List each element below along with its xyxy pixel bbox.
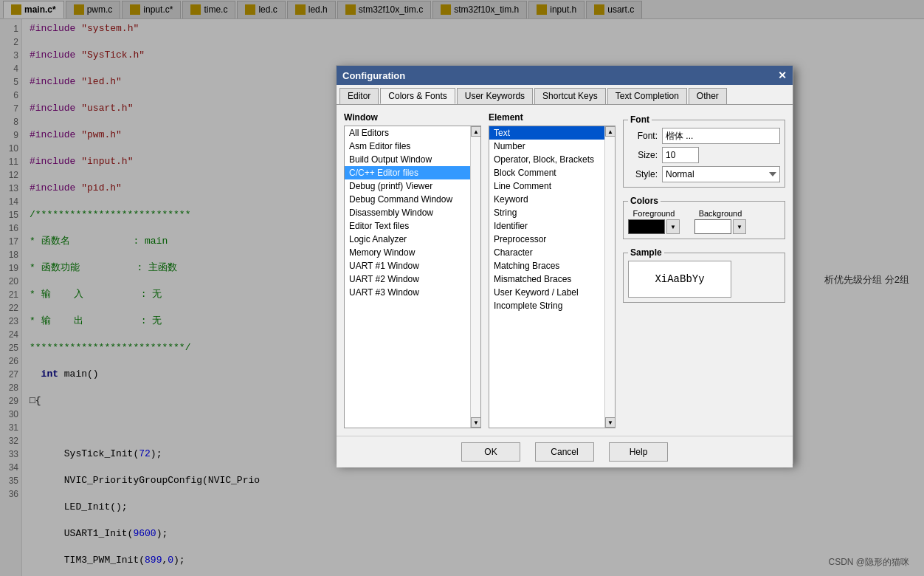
window-item-memory[interactable]: Memory Window	[345, 246, 470, 259]
dialog-body: Window All Editors Asm Editor files Buil…	[337, 105, 793, 436]
sample-box: XiAaBbYy	[628, 261, 731, 298]
window-listbox-container: All Editors Asm Editor files Build Outpu…	[344, 126, 481, 428]
element-listbox[interactable]: Text Number Operator, Block, Brackets Bl…	[489, 126, 604, 428]
tab-user-keywords[interactable]: User Keywords	[457, 88, 533, 104]
window-item-logic[interactable]: Logic Analyzer	[345, 233, 470, 246]
configuration-dialog: Configuration ✕ Editor Colors & Fonts Us…	[336, 65, 793, 464]
elem-scroll-track	[605, 137, 615, 417]
background-dropdown-btn[interactable]: ▼	[733, 219, 746, 234]
dialog-title: Configuration	[342, 70, 405, 81]
background-swatch[interactable]	[694, 219, 731, 234]
window-item-uart1[interactable]: UART #1 Window	[345, 259, 470, 272]
dialog-buttons: OK Cancel Help	[337, 436, 793, 467]
background-col: Background ▼	[694, 209, 746, 234]
tab-shortcut-keys[interactable]: Shortcut Keys	[534, 88, 606, 104]
tab-editor[interactable]: Editor	[339, 88, 379, 104]
dialog-titlebar: Configuration ✕	[337, 66, 793, 85]
font-size-label: Size:	[628, 150, 658, 160]
font-style-row: Style: Normal Bold Italic Bold Italic	[628, 166, 780, 182]
tab-other[interactable]: Other	[689, 88, 727, 104]
scroll-up-btn[interactable]: ▲	[471, 126, 481, 137]
colors-section-label: Colors	[628, 196, 661, 206]
elem-scroll-up-btn[interactable]: ▲	[605, 126, 616, 137]
element-listbox-container: Text Number Operator, Block, Brackets Bl…	[489, 126, 616, 428]
foreground-label: Foreground	[633, 209, 675, 218]
element-panel-label: Element	[489, 112, 616, 123]
window-panel: Window All Editors Asm Editor files Buil…	[344, 112, 481, 428]
font-style-select[interactable]: Normal Bold Italic Bold Italic	[662, 166, 780, 182]
font-size-row: Size:	[628, 147, 780, 163]
window-listbox[interactable]: All Editors Asm Editor files Build Outpu…	[345, 126, 470, 428]
window-item-debug-cmd[interactable]: Debug Command Window	[345, 193, 470, 206]
window-item-asm[interactable]: Asm Editor files	[345, 140, 470, 153]
element-item-number[interactable]: Number	[489, 140, 604, 153]
element-panel: Element Text Number Operator, Block, Bra…	[489, 112, 616, 428]
window-item-cpp[interactable]: C/C++ Editor files	[345, 166, 470, 179]
element-item-incomplete-string[interactable]: Incomplete String	[489, 299, 604, 312]
sample-text: XiAaBbYy	[655, 273, 704, 285]
tab-text-completion[interactable]: Text Completion	[607, 88, 687, 104]
element-item-line-comment[interactable]: Line Comment	[489, 179, 604, 193]
window-item-disassembly[interactable]: Disassembly Window	[345, 206, 470, 219]
help-button[interactable]: Help	[609, 442, 668, 462]
foreground-swatch[interactable]	[628, 219, 665, 234]
font-name-input[interactable]	[662, 128, 780, 144]
element-item-identifier[interactable]: Identifier	[489, 219, 604, 233]
font-section-label: Font	[628, 114, 652, 125]
font-section: Font Font: Size: Style: Normal Bold Ital…	[623, 120, 785, 188]
foreground-swatch-row: ▼	[628, 219, 680, 234]
sample-section-label: Sample	[628, 247, 664, 258]
tab-colors-fonts[interactable]: Colors & Fonts	[380, 88, 455, 104]
dialog-close-button[interactable]: ✕	[778, 69, 787, 81]
scroll-down-btn[interactable]: ▼	[471, 417, 481, 428]
element-item-string[interactable]: String	[489, 206, 604, 219]
foreground-col: Foreground ▼	[628, 209, 680, 234]
element-item-text[interactable]: Text	[489, 126, 604, 140]
window-item-editor-text[interactable]: Editor Text files	[345, 219, 470, 233]
element-item-operator[interactable]: Operator, Block, Brackets	[489, 153, 604, 166]
window-item-all-editors[interactable]: All Editors	[345, 126, 470, 140]
element-item-block-comment[interactable]: Block Comment	[489, 166, 604, 179]
window-item-uart3[interactable]: UART #3 Window	[345, 286, 470, 299]
element-item-preprocessor[interactable]: Preprocessor	[489, 233, 604, 246]
element-scrollbar[interactable]: ▲ ▼	[604, 126, 615, 428]
element-item-character[interactable]: Character	[489, 246, 604, 259]
background-label: Background	[699, 209, 742, 218]
colors-row: Foreground ▼ Background ▼	[628, 209, 780, 234]
window-item-uart2[interactable]: UART #2 Window	[345, 272, 470, 286]
foreground-dropdown-btn[interactable]: ▼	[666, 219, 680, 234]
window-item-debug-printf[interactable]: Debug (printf) Viewer	[345, 179, 470, 193]
font-size-input[interactable]	[662, 147, 699, 163]
font-style-label: Style:	[628, 169, 658, 179]
background-swatch-row: ▼	[694, 219, 746, 234]
scroll-track	[471, 137, 480, 417]
window-panel-label: Window	[344, 112, 481, 123]
element-item-mismatched-braces[interactable]: Mismatched Braces	[489, 272, 604, 286]
window-item-build[interactable]: Build Output Window	[345, 153, 470, 166]
sample-section: Sample XiAaBbYy	[623, 253, 785, 303]
font-name-row: Font:	[628, 128, 780, 144]
window-scrollbar[interactable]: ▲ ▼	[470, 126, 480, 428]
ok-button[interactable]: OK	[461, 442, 520, 462]
element-item-user-keyword[interactable]: User Keyword / Label	[489, 286, 604, 299]
font-name-label: Font:	[628, 131, 658, 141]
dialog-tab-bar: Editor Colors & Fonts User Keywords Shor…	[337, 85, 793, 105]
font-colors-panel: Font Font: Size: Style: Normal Bold Ital…	[623, 112, 785, 428]
colors-section: Colors Foreground ▼ Background ▼	[623, 201, 785, 239]
elem-scroll-down-btn[interactable]: ▼	[605, 417, 616, 428]
element-item-keyword[interactable]: Keyword	[489, 193, 604, 206]
cancel-button[interactable]: Cancel	[535, 442, 594, 462]
element-item-matching-braces[interactable]: Matching Braces	[489, 259, 604, 272]
